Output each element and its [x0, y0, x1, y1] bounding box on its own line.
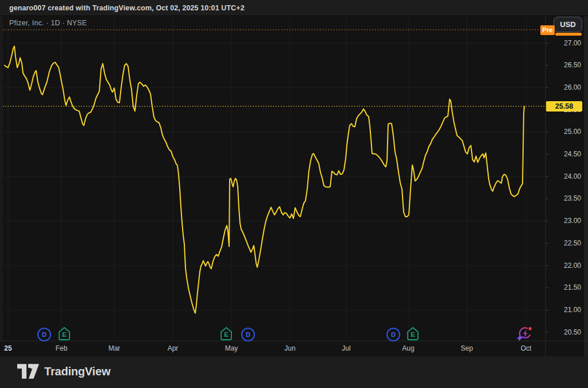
time-tick-label: Sep	[447, 344, 487, 352]
tradingview-logo-text: TradingView	[44, 365, 110, 378]
svg-text:E: E	[224, 331, 229, 338]
tradingview-snapshot: genaro007 created with TradingView.com, …	[0, 0, 588, 388]
price-tick-label: 22.00	[547, 262, 581, 270]
earnings-marker-icon[interactable]: E	[219, 326, 233, 341]
flash-icon-graphic	[517, 325, 534, 342]
currency-usd-button[interactable]: USD	[554, 17, 582, 32]
time-tick-label: Aug	[388, 344, 428, 352]
svg-text:E: E	[62, 331, 67, 338]
price-chart[interactable]	[0, 0, 588, 388]
price-tick-label: 21.00	[547, 306, 581, 314]
price-tick-label: 23.50	[547, 194, 581, 203]
pre-market-badge: Pre	[540, 25, 555, 35]
dividend-marker-icon[interactable]: D	[37, 326, 51, 341]
time-tick-label: Feb	[41, 344, 82, 352]
earnings-house-shape: E	[406, 326, 420, 341]
symbol-title: Pfizer, Inc. · 1D · NYSE	[9, 19, 87, 27]
dividend-letter: D	[386, 328, 400, 341]
last-price-badge: 25.58	[546, 101, 582, 112]
time-tick-label: 25	[0, 344, 28, 352]
tradingview-logo[interactable]: TradingView	[17, 364, 110, 379]
time-tick-label: Mar	[94, 344, 134, 352]
price-tick-label: 26.50	[547, 61, 581, 70]
footer-bar: TradingView	[0, 356, 588, 388]
price-tick-label: 26.00	[547, 83, 581, 92]
price-tick-label: 21.50	[547, 283, 581, 292]
dividend-marker-icon[interactable]: D	[241, 326, 255, 341]
price-tick-label: 27.00	[547, 39, 581, 48]
price-tick-label: 23.00	[547, 217, 581, 225]
flash-event-icon[interactable]	[517, 325, 534, 340]
dividend-letter: D	[37, 328, 51, 341]
time-tick-label: Jun	[270, 344, 310, 352]
price-tick-label: 20.50	[547, 328, 581, 337]
dividend-letter: D	[241, 328, 255, 341]
price-line	[5, 46, 524, 313]
time-tick-label: May	[211, 344, 252, 352]
price-tick-label: 25.00	[547, 128, 581, 136]
earnings-house-shape: E	[57, 326, 71, 341]
price-tick-label: 24.50	[547, 150, 581, 159]
earnings-house-shape: E	[219, 326, 233, 341]
time-tick-label: Jul	[326, 344, 366, 352]
dividend-marker-icon[interactable]: D	[386, 326, 400, 341]
time-tick-label: Oct	[506, 344, 546, 352]
time-tick-label: Apr	[153, 344, 193, 352]
svg-text:E: E	[411, 331, 415, 338]
earnings-marker-icon[interactable]: E	[406, 326, 420, 341]
price-tick-label: 22.50	[547, 239, 581, 248]
price-tick-label: 24.00	[547, 172, 581, 181]
pre-market-underline	[555, 33, 582, 36]
earnings-marker-icon[interactable]: E	[57, 326, 71, 341]
tradingview-logo-mark	[17, 364, 39, 379]
